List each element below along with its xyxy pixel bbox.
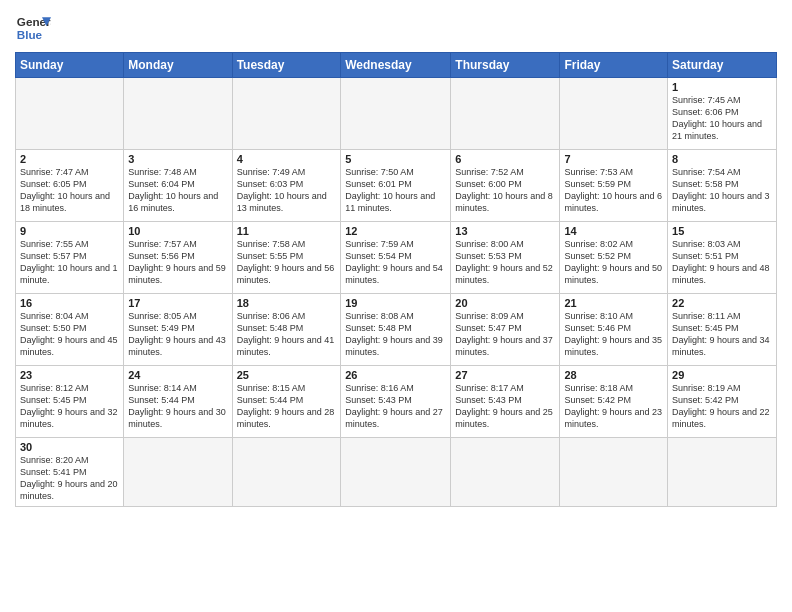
calendar-day-cell: 13Sunrise: 8:00 AM Sunset: 5:53 PM Dayli… [451,222,560,294]
calendar-day-cell [16,78,124,150]
calendar-day-cell [451,78,560,150]
calendar-day-cell: 18Sunrise: 8:06 AM Sunset: 5:48 PM Dayli… [232,294,341,366]
weekday-header-wednesday: Wednesday [341,53,451,78]
calendar-day-cell: 19Sunrise: 8:08 AM Sunset: 5:48 PM Dayli… [341,294,451,366]
day-info: Sunrise: 7:57 AM Sunset: 5:56 PM Dayligh… [128,238,227,287]
weekday-header-monday: Monday [124,53,232,78]
calendar-day-cell: 3Sunrise: 7:48 AM Sunset: 6:04 PM Daylig… [124,150,232,222]
day-info: Sunrise: 7:49 AM Sunset: 6:03 PM Dayligh… [237,166,337,215]
calendar-day-cell: 24Sunrise: 8:14 AM Sunset: 5:44 PM Dayli… [124,366,232,438]
weekday-header-sunday: Sunday [16,53,124,78]
day-number: 30 [20,441,119,453]
day-info: Sunrise: 7:59 AM Sunset: 5:54 PM Dayligh… [345,238,446,287]
day-number: 12 [345,225,446,237]
calendar-day-cell: 22Sunrise: 8:11 AM Sunset: 5:45 PM Dayli… [668,294,777,366]
calendar-day-cell [341,438,451,507]
calendar-day-cell: 9Sunrise: 7:55 AM Sunset: 5:57 PM Daylig… [16,222,124,294]
day-info: Sunrise: 7:52 AM Sunset: 6:00 PM Dayligh… [455,166,555,215]
calendar-week-row: 9Sunrise: 7:55 AM Sunset: 5:57 PM Daylig… [16,222,777,294]
weekday-header-friday: Friday [560,53,668,78]
day-number: 11 [237,225,337,237]
calendar-day-cell: 10Sunrise: 7:57 AM Sunset: 5:56 PM Dayli… [124,222,232,294]
day-info: Sunrise: 8:16 AM Sunset: 5:43 PM Dayligh… [345,382,446,431]
day-number: 27 [455,369,555,381]
calendar-day-cell: 6Sunrise: 7:52 AM Sunset: 6:00 PM Daylig… [451,150,560,222]
calendar-week-row: 1Sunrise: 7:45 AM Sunset: 6:06 PM Daylig… [16,78,777,150]
calendar-day-cell: 8Sunrise: 7:54 AM Sunset: 5:58 PM Daylig… [668,150,777,222]
calendar-day-cell [341,78,451,150]
day-info: Sunrise: 8:20 AM Sunset: 5:41 PM Dayligh… [20,454,119,503]
day-info: Sunrise: 7:54 AM Sunset: 5:58 PM Dayligh… [672,166,772,215]
calendar-day-cell [232,78,341,150]
calendar-day-cell [451,438,560,507]
day-number: 25 [237,369,337,381]
day-info: Sunrise: 8:17 AM Sunset: 5:43 PM Dayligh… [455,382,555,431]
day-info: Sunrise: 7:53 AM Sunset: 5:59 PM Dayligh… [564,166,663,215]
weekday-header-saturday: Saturday [668,53,777,78]
calendar-day-cell [668,438,777,507]
day-number: 6 [455,153,555,165]
day-info: Sunrise: 8:06 AM Sunset: 5:48 PM Dayligh… [237,310,337,359]
day-info: Sunrise: 8:09 AM Sunset: 5:47 PM Dayligh… [455,310,555,359]
calendar-day-cell: 14Sunrise: 8:02 AM Sunset: 5:52 PM Dayli… [560,222,668,294]
day-info: Sunrise: 7:45 AM Sunset: 6:06 PM Dayligh… [672,94,772,143]
day-info: Sunrise: 8:00 AM Sunset: 5:53 PM Dayligh… [455,238,555,287]
day-number: 3 [128,153,227,165]
calendar-day-cell: 30Sunrise: 8:20 AM Sunset: 5:41 PM Dayli… [16,438,124,507]
day-number: 2 [20,153,119,165]
day-info: Sunrise: 8:10 AM Sunset: 5:46 PM Dayligh… [564,310,663,359]
day-info: Sunrise: 8:08 AM Sunset: 5:48 PM Dayligh… [345,310,446,359]
calendar-day-cell [124,78,232,150]
day-info: Sunrise: 7:58 AM Sunset: 5:55 PM Dayligh… [237,238,337,287]
calendar-week-row: 2Sunrise: 7:47 AM Sunset: 6:05 PM Daylig… [16,150,777,222]
day-info: Sunrise: 8:19 AM Sunset: 5:42 PM Dayligh… [672,382,772,431]
day-info: Sunrise: 8:04 AM Sunset: 5:50 PM Dayligh… [20,310,119,359]
day-number: 16 [20,297,119,309]
page: General Blue SundayMondayTuesdayWednesda… [0,0,792,517]
day-info: Sunrise: 7:55 AM Sunset: 5:57 PM Dayligh… [20,238,119,287]
calendar-day-cell: 11Sunrise: 7:58 AM Sunset: 5:55 PM Dayli… [232,222,341,294]
calendar-table: SundayMondayTuesdayWednesdayThursdayFrid… [15,52,777,507]
day-info: Sunrise: 8:14 AM Sunset: 5:44 PM Dayligh… [128,382,227,431]
calendar-day-cell: 5Sunrise: 7:50 AM Sunset: 6:01 PM Daylig… [341,150,451,222]
day-info: Sunrise: 8:05 AM Sunset: 5:49 PM Dayligh… [128,310,227,359]
calendar-day-cell [232,438,341,507]
calendar-day-cell: 28Sunrise: 8:18 AM Sunset: 5:42 PM Dayli… [560,366,668,438]
calendar-day-cell: 21Sunrise: 8:10 AM Sunset: 5:46 PM Dayli… [560,294,668,366]
day-number: 23 [20,369,119,381]
calendar-day-cell: 27Sunrise: 8:17 AM Sunset: 5:43 PM Dayli… [451,366,560,438]
calendar-day-cell [124,438,232,507]
calendar-week-row: 23Sunrise: 8:12 AM Sunset: 5:45 PM Dayli… [16,366,777,438]
day-number: 5 [345,153,446,165]
svg-text:Blue: Blue [17,28,43,41]
calendar-day-cell: 17Sunrise: 8:05 AM Sunset: 5:49 PM Dayli… [124,294,232,366]
day-number: 29 [672,369,772,381]
day-number: 7 [564,153,663,165]
calendar-day-cell [560,78,668,150]
day-number: 18 [237,297,337,309]
day-number: 24 [128,369,227,381]
day-number: 4 [237,153,337,165]
day-number: 1 [672,81,772,93]
calendar-day-cell: 26Sunrise: 8:16 AM Sunset: 5:43 PM Dayli… [341,366,451,438]
calendar-day-cell: 23Sunrise: 8:12 AM Sunset: 5:45 PM Dayli… [16,366,124,438]
day-info: Sunrise: 7:47 AM Sunset: 6:05 PM Dayligh… [20,166,119,215]
calendar-week-row: 30Sunrise: 8:20 AM Sunset: 5:41 PM Dayli… [16,438,777,507]
day-number: 9 [20,225,119,237]
calendar-week-row: 16Sunrise: 8:04 AM Sunset: 5:50 PM Dayli… [16,294,777,366]
logo: General Blue [15,10,51,46]
day-number: 22 [672,297,772,309]
calendar-day-cell: 15Sunrise: 8:03 AM Sunset: 5:51 PM Dayli… [668,222,777,294]
day-number: 8 [672,153,772,165]
day-number: 20 [455,297,555,309]
calendar-day-cell: 2Sunrise: 7:47 AM Sunset: 6:05 PM Daylig… [16,150,124,222]
day-number: 14 [564,225,663,237]
day-number: 10 [128,225,227,237]
weekday-header-row: SundayMondayTuesdayWednesdayThursdayFrid… [16,53,777,78]
day-info: Sunrise: 8:11 AM Sunset: 5:45 PM Dayligh… [672,310,772,359]
day-info: Sunrise: 8:12 AM Sunset: 5:45 PM Dayligh… [20,382,119,431]
day-number: 21 [564,297,663,309]
header: General Blue [15,10,777,46]
day-info: Sunrise: 8:15 AM Sunset: 5:44 PM Dayligh… [237,382,337,431]
calendar-day-cell: 20Sunrise: 8:09 AM Sunset: 5:47 PM Dayli… [451,294,560,366]
